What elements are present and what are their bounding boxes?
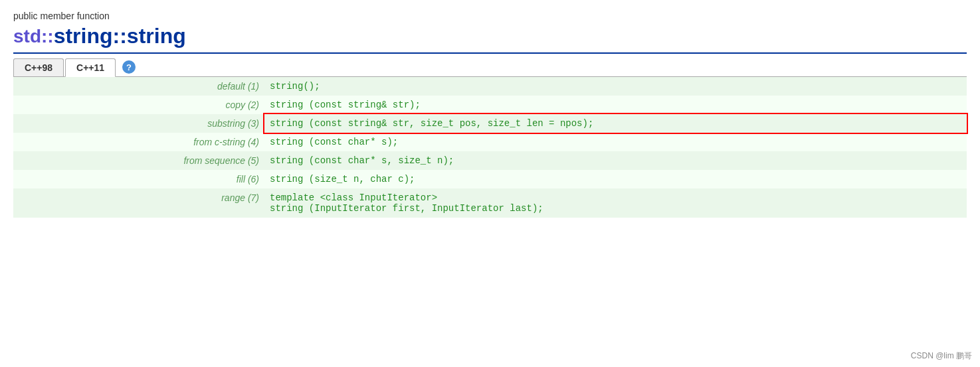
row-label: from c-string (4) xyxy=(13,133,264,151)
row-code: string (const string& str); xyxy=(264,96,967,114)
title-std: std:: xyxy=(13,26,54,47)
row-code: string (const char* s, size_t n); xyxy=(264,151,967,170)
tab-cpp98[interactable]: C++98 xyxy=(13,58,64,76)
row-code: string (size_t n, char c); xyxy=(264,170,967,188)
row-label: copy (2) xyxy=(13,96,264,114)
row-label: substring (3) xyxy=(13,114,264,133)
title-main: string::string xyxy=(54,24,186,48)
code-table: default (1)string();copy (2)string (cons… xyxy=(13,77,967,218)
page-wrapper: public member function std:: string::str… xyxy=(0,0,980,224)
row-label: default (1) xyxy=(13,77,264,96)
row-label: fill (6) xyxy=(13,170,264,188)
table-row: from sequence (5)string (const char* s, … xyxy=(13,151,967,170)
row-label: range (7) xyxy=(13,188,264,218)
row-label: from sequence (5) xyxy=(13,151,264,170)
table-row: copy (2)string (const string& str); xyxy=(13,96,967,114)
row-code: string (const string& str, size_t pos, s… xyxy=(264,114,967,133)
table-row: range (7)template <class InputIterator> … xyxy=(13,188,967,218)
row-code: string(); xyxy=(264,77,967,96)
table-row: fill (6)string (size_t n, char c); xyxy=(13,170,967,188)
row-code: string (const char* s); xyxy=(264,133,967,151)
table-row: substring (3)string (const string& str, … xyxy=(13,114,967,133)
table-row: from c-string (4)string (const char* s); xyxy=(13,133,967,151)
title-bar: std:: string::string xyxy=(13,24,967,54)
row-code: template <class InputIterator> string (I… xyxy=(264,188,967,218)
help-icon[interactable]: ? xyxy=(122,60,136,74)
table-row: default (1)string(); xyxy=(13,77,967,96)
tab-cpp11[interactable]: C++11 xyxy=(65,58,116,77)
member-function-label: public member function xyxy=(13,11,967,21)
tabs-row: C++98 C++11 ? xyxy=(13,54,967,77)
watermark: CSDN @lim 鹏哥 xyxy=(911,350,972,362)
